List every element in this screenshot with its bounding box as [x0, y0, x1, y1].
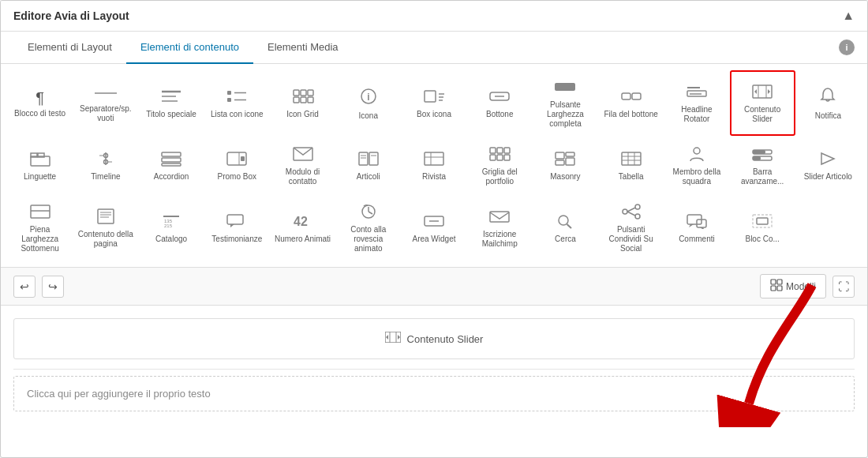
contenuto-pagina-icon: [95, 208, 117, 227]
models-button[interactable]: Modelli: [760, 274, 826, 298]
info-icon[interactable]: i: [839, 39, 855, 55]
conto-rovescia-label: Conto alla rovescia animato: [339, 225, 397, 253]
element-conto-rovescia[interactable]: Conto alla rovescia animato: [335, 195, 401, 261]
svg-point-71: [694, 148, 700, 154]
element-pulsante-larghezza[interactable]: Pulsante Larghezza completa: [533, 70, 598, 136]
element-mailchimp[interactable]: Iscrizione Mailchimp: [467, 195, 533, 261]
svg-rect-75: [753, 156, 761, 160]
tabella-icon: [620, 151, 642, 169]
tabs-bar: Elementi di Layout Elementi di contenuto…: [1, 32, 867, 64]
timeline-label: Timeline: [91, 172, 120, 182]
element-accordion[interactable]: Accordion: [138, 136, 204, 195]
notifica-label: Notifica: [815, 111, 841, 121]
element-bottone[interactable]: Bottone: [467, 70, 533, 136]
element-area-widget[interactable]: Area Widget: [401, 195, 466, 261]
element-contenuto-slider[interactable]: Contenuto Slider: [730, 70, 795, 136]
svg-rect-11: [294, 97, 299, 103]
svg-text:i: i: [367, 92, 369, 103]
text-block[interactable]: Clicca qui per aggiungere il proprio tes…: [13, 376, 855, 411]
tabs-left: Elementi di Layout Elementi di contenuto…: [13, 32, 353, 63]
svg-rect-107: [771, 280, 776, 284]
cerca-icon: [554, 213, 576, 231]
pulsante-larghezza-label: Pulsante Larghezza completa: [537, 100, 594, 129]
redo-icon: ↪: [48, 280, 58, 293]
slider-block[interactable]: Contenuto Slider: [13, 318, 855, 359]
modulo-contatto-icon: [292, 146, 314, 164]
svg-rect-16: [425, 91, 436, 102]
element-numero-animati[interactable]: 42 Numero Animati: [270, 195, 335, 261]
collapse-button[interactable]: ▲: [842, 9, 855, 23]
element-articoli[interactable]: Articoli: [335, 136, 401, 195]
svg-rect-92: [490, 212, 509, 222]
svg-marker-31: [754, 89, 757, 94]
modulo-contatto-label: Modulo di contatto: [274, 167, 331, 186]
numero-animati-icon: 42: [292, 213, 314, 231]
svg-rect-57: [497, 148, 503, 153]
element-modulo-contatto[interactable]: Modulo di contatto: [270, 136, 335, 195]
element-bloc-co[interactable]: Bloc Co...: [730, 195, 795, 261]
element-timeline[interactable]: Timeline: [73, 136, 138, 195]
svg-rect-65: [566, 158, 574, 165]
tab-layout[interactable]: Elementi di Layout: [13, 32, 126, 64]
promo-box-label: Promo Box: [218, 172, 256, 182]
accordion-icon: [160, 151, 182, 169]
lista-label: Lista con icone: [211, 110, 264, 119]
svg-rect-41: [162, 152, 181, 156]
toolbar-left: ↩ ↪: [13, 276, 64, 298]
tab-media[interactable]: Elementi Media: [253, 32, 353, 64]
element-condividi-social[interactable]: Pulsanti Condividi Su Social: [598, 195, 664, 261]
element-portfolio-grid[interactable]: Griglia del portfolio: [467, 136, 533, 195]
svg-rect-49: [369, 152, 378, 165]
pulsante-larghezza-icon: [554, 79, 576, 97]
svg-rect-56: [490, 148, 496, 153]
element-box-icona[interactable]: Box icona: [401, 70, 466, 136]
element-contenuto-pagina[interactable]: Contenuto della pagina: [73, 195, 138, 261]
svg-point-93: [559, 216, 568, 225]
editor-title: Editore Avia di Layout: [13, 9, 129, 22]
element-fila-bottone[interactable]: Fila del bottone: [598, 70, 664, 136]
undo-button[interactable]: ↩: [13, 276, 36, 298]
svg-rect-105: [757, 218, 768, 224]
area-widget-label: Area Widget: [412, 235, 455, 244]
element-tabella[interactable]: Tabella: [598, 136, 664, 195]
element-cerca[interactable]: Cerca: [533, 195, 598, 261]
element-rivista[interactable]: Rivista: [401, 136, 466, 195]
fullscreen-button[interactable]: ⛶: [832, 276, 855, 298]
svg-rect-46: [241, 156, 245, 161]
element-testimonianze[interactable]: Testimonianze: [204, 195, 270, 261]
element-commenti[interactable]: Commenti: [664, 195, 729, 261]
articoli-label: Articoli: [357, 172, 380, 182]
element-piena-larghezza[interactable]: Piena Larghezza Sottomenu: [7, 195, 73, 261]
element-headline-rotator[interactable]: Headline Rotator: [664, 70, 729, 136]
svg-line-98: [627, 208, 635, 212]
tab-content[interactable]: Elementi di contenuto: [126, 32, 253, 64]
element-membro-squadra[interactable]: Membro della squadra: [664, 136, 729, 195]
element-notifica[interactable]: Notifica: [795, 70, 861, 136]
redo-button[interactable]: ↪: [42, 276, 64, 298]
svg-marker-114: [386, 335, 388, 340]
element-icona[interactable]: i Icona: [335, 70, 401, 136]
svg-line-99: [627, 212, 635, 216]
svg-rect-79: [98, 209, 114, 223]
element-icon-grid[interactable]: Icon Grid: [270, 70, 335, 136]
element-slider-articolo[interactable]: Slider Articolo: [795, 136, 861, 195]
cerca-label: Cerca: [555, 235, 576, 244]
area-widget-icon: [423, 213, 445, 231]
element-catalogo[interactable]: 135215 Catalogo: [138, 195, 204, 261]
element-promo-box[interactable]: Promo Box: [204, 136, 270, 195]
box-icona-label: Box icona: [417, 110, 451, 119]
element-masonry[interactable]: Masonry: [533, 136, 598, 195]
slider-articolo-icon: [817, 151, 839, 169]
element-blocco-testo[interactable]: ¶ Blocco di testo: [7, 70, 73, 136]
svg-rect-61: [504, 155, 510, 160]
element-lista[interactable]: Lista con icone: [204, 70, 270, 136]
element-barra-avanzamento[interactable]: Barra avanzame...: [730, 136, 795, 195]
element-separatore[interactable]: Separatore/sp. vuoti: [73, 70, 138, 136]
svg-point-97: [623, 209, 627, 214]
titolo-label: Titolo speciale: [146, 110, 196, 119]
barra-avanzamento-label: Barra avanzame...: [734, 167, 791, 186]
element-linguette[interactable]: Linguette: [7, 136, 73, 195]
undo-icon: ↩: [20, 280, 29, 293]
slider-block-icon: [385, 332, 401, 346]
element-titolo[interactable]: Titolo speciale: [138, 70, 204, 136]
